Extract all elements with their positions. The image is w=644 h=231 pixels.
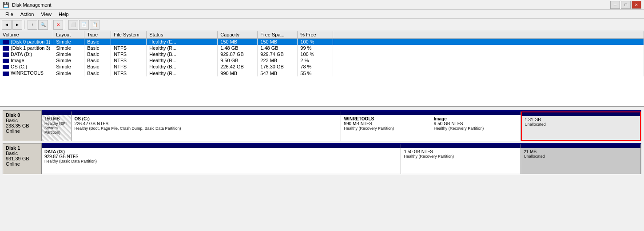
col-spacer xyxy=(333,31,644,39)
disk1-partitions: DATA (D:)929.87 GB NTFSHealthy (Basic Da… xyxy=(42,143,641,174)
cell-capacity: 150 MB xyxy=(218,39,258,45)
partition-d0p5[interactable]: 1.31 GBUnallocated xyxy=(521,112,641,141)
cell-volume: (Disk 0 partition 1) xyxy=(0,39,53,45)
close-button[interactable]: ✕ xyxy=(632,1,641,9)
partition-status: Healthy (Boot, Page File, Crash Dump, Ba… xyxy=(74,126,338,131)
cell-status: Healthy (E... xyxy=(147,39,218,45)
btn2[interactable]: 📄 xyxy=(79,20,89,30)
volume-icon xyxy=(3,52,9,57)
volume-icon xyxy=(3,40,9,44)
col-volume[interactable]: Volume xyxy=(0,31,53,39)
partition-d1p2[interactable]: 1.50 GB NTFSHealthy (Recovery Partition) xyxy=(401,144,521,174)
partition-d1p3[interactable]: 21 MBUnallocated xyxy=(521,144,641,174)
disk1-row: Disk 1 Basic 931.39 GB Online DATA (D:)9… xyxy=(3,143,641,174)
col-percentfree[interactable]: % Free xyxy=(298,31,333,39)
cell-spacer xyxy=(333,70,644,76)
menu-action[interactable]: Action xyxy=(17,11,38,18)
cell-percentfree: 2 % xyxy=(298,57,333,64)
cell-capacity: 990 MB xyxy=(218,70,258,76)
cell-capacity: 929.87 GB xyxy=(218,51,258,57)
partition-d0p2[interactable]: OS (C:)226.42 GB NTFSHealthy (Boot, Page… xyxy=(72,112,341,141)
col-status[interactable]: Status xyxy=(147,31,218,39)
cell-percentfree: 78 % xyxy=(298,64,333,70)
cell-freespace: 176.30 GB xyxy=(258,64,298,70)
btn3[interactable]: 📋 xyxy=(90,20,99,30)
partition-status: Healthy (Recovery Partition) xyxy=(434,126,518,131)
disk1-type: Basic xyxy=(6,151,39,156)
cell-type: Basic xyxy=(84,51,111,57)
partition-name: WINRETOOLS xyxy=(344,116,428,121)
table-row[interactable]: DATA (D:)SimpleBasicNTFSHealthy (B...929… xyxy=(0,51,644,57)
back-button[interactable]: ◄ xyxy=(2,20,12,30)
cell-freespace: 1.48 GB xyxy=(258,45,298,51)
stop-button[interactable]: ✕ xyxy=(53,20,63,30)
title-bar: 💾 Disk Management ─ □ ✕ xyxy=(0,0,644,10)
disk1-label: Disk 1 Basic 931.39 GB Online xyxy=(3,143,42,174)
cell-layout: Simple xyxy=(53,39,84,45)
partition-bar xyxy=(42,144,401,148)
app-icon: 💾 xyxy=(3,2,9,8)
table-row[interactable]: WINRETOOLSSimpleBasicNTFSHealthy (R...99… xyxy=(0,70,644,76)
disk0-partitions: 150 MBHealthy (EFI System Partition)OS (… xyxy=(42,110,641,141)
partition-size: 9.50 GB NTFS xyxy=(434,121,518,126)
partition-bar xyxy=(431,112,521,115)
sep1 xyxy=(24,20,26,29)
partition-name: Image xyxy=(434,116,518,121)
cell-layout: Simple xyxy=(53,45,84,51)
table-row[interactable]: (Disk 1 partition 3)SimpleBasicNTFSHealt… xyxy=(0,45,644,51)
table-row[interactable]: OS (C:)SimpleBasicNTFSHealthy (B...226.4… xyxy=(0,64,644,70)
cell-volume: DATA (D:) xyxy=(0,51,53,57)
cell-type: Basic xyxy=(84,57,111,64)
cell-status: Healthy (R... xyxy=(147,57,218,64)
partition-bar xyxy=(521,144,640,148)
col-capacity[interactable]: Capacity xyxy=(218,31,258,39)
partition-size: 21 MB xyxy=(524,149,638,154)
cell-status: Healthy (B... xyxy=(147,51,218,57)
table-row[interactable]: ImageSimpleBasicNTFSHealthy (R...9.50 GB… xyxy=(0,57,644,64)
up-button[interactable]: ↑ xyxy=(28,20,37,30)
disk-visual-area: Disk 0 Basic 238.35 GB Online 150 MBHeal… xyxy=(0,107,644,178)
cell-percentfree: 100 % xyxy=(298,51,333,57)
cell-status: Healthy (R... xyxy=(147,45,218,51)
col-type[interactable]: Type xyxy=(84,31,111,39)
disk0-label: Disk 0 Basic 238.35 GB Online xyxy=(3,110,42,141)
col-layout[interactable]: Layout xyxy=(53,31,84,39)
search-button[interactable]: 🔍 xyxy=(38,20,48,30)
col-filesystem[interactable]: File System xyxy=(111,31,147,39)
cell-capacity: 226.42 GB xyxy=(218,64,258,70)
menu-view[interactable]: View xyxy=(37,11,55,18)
cell-capacity: 9.50 GB xyxy=(218,57,258,64)
cell-spacer xyxy=(333,64,644,70)
partition-bar xyxy=(42,112,71,115)
toolbar: ◄ ► ↑ 🔍 ✕ ⬜ 📄 📋 xyxy=(0,19,644,31)
cell-freespace: 223 MB xyxy=(258,57,298,64)
forward-button[interactable]: ► xyxy=(12,20,22,30)
cell-spacer xyxy=(333,51,644,57)
window-controls: ─ □ ✕ xyxy=(610,1,641,9)
volume-icon xyxy=(3,46,9,51)
menu-help[interactable]: Help xyxy=(55,11,72,18)
cell-type: Basic xyxy=(84,70,111,76)
cell-spacer xyxy=(333,45,644,51)
volume-icon xyxy=(3,59,9,63)
disk1-status: Online xyxy=(6,161,39,167)
table-row[interactable]: (Disk 0 partition 1)SimpleBasicHealthy (… xyxy=(0,39,644,45)
cell-type: Basic xyxy=(84,64,111,70)
cell-type: Basic xyxy=(84,39,111,45)
partition-d0p3[interactable]: WINRETOOLS990 MB NTFSHealthy (Recovery P… xyxy=(341,112,431,141)
partition-bar xyxy=(401,144,521,148)
partition-d0p4[interactable]: Image9.50 GB NTFSHealthy (Recovery Parti… xyxy=(431,112,521,141)
partition-bar xyxy=(522,112,640,116)
disk0-type: Basic xyxy=(6,118,39,123)
btn1[interactable]: ⬜ xyxy=(68,20,78,30)
minimize-button[interactable]: ─ xyxy=(610,1,620,9)
menu-file[interactable]: File xyxy=(2,11,17,18)
partition-d1p1[interactable]: DATA (D:)929.87 GB NTFSHealthy (Basic Da… xyxy=(42,144,401,174)
maximize-button[interactable]: □ xyxy=(621,1,631,9)
partition-status: Healthy (Recovery Partition) xyxy=(404,154,518,159)
disk0-status: Online xyxy=(6,128,39,134)
cell-layout: Simple xyxy=(53,57,84,64)
col-freespace[interactable]: Free Spa... xyxy=(258,31,298,39)
partition-d0p1[interactable]: 150 MBHealthy (EFI System Partition) xyxy=(42,112,72,141)
partition-bar xyxy=(72,112,341,115)
